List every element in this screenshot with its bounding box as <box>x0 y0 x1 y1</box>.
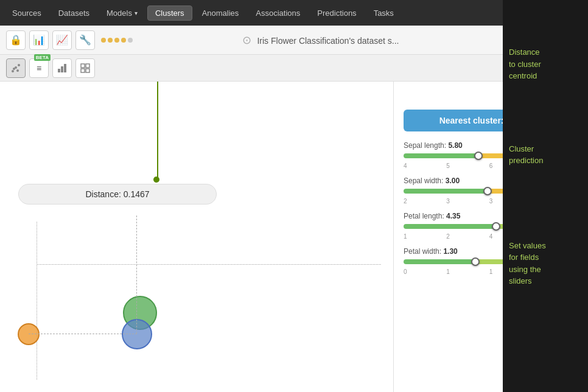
nav-datasets[interactable]: Datasets <box>51 6 97 20</box>
transform-icon[interactable]: 🔧 <box>75 30 95 50</box>
lock-icon[interactable]: 🔒 <box>6 30 26 50</box>
nav-sources[interactable]: Sources <box>5 6 49 20</box>
annotation-cluster-prediction-text: Clusterprediction <box>509 143 582 167</box>
dot-5 <box>128 38 133 43</box>
nav-models[interactable]: Models ▾ <box>99 6 145 20</box>
distance-bar: Distance: 0.1467 <box>18 184 217 205</box>
sepal-length-value: 5.80 <box>448 141 462 150</box>
sub-toolbar: ≡ BETA <box>0 55 588 82</box>
connector-dot <box>153 177 159 183</box>
annotation-distance-text: Distanceto clustercentroid <box>509 46 582 82</box>
petal-length-thumb[interactable] <box>492 222 500 231</box>
petal-length-value: 4.35 <box>446 212 460 220</box>
nav-associations[interactable]: Associations <box>248 6 307 20</box>
top-nav: Sources Datasets Models ▾ Clusters Anoma… <box>0 0 588 26</box>
dataset-sphere-icon: ⊙ <box>242 34 251 46</box>
petal-width-thumb[interactable] <box>471 257 480 266</box>
svg-point-0 <box>12 70 14 72</box>
nav-tasks[interactable]: Tasks <box>366 6 401 20</box>
crosshair-v <box>136 215 137 334</box>
dataset-label: Iris Flower Classification's dataset s..… <box>257 36 399 46</box>
annotation-set-values: Set valuesfor fieldsusing thesliders <box>509 240 582 287</box>
annotations-panel: Distanceto clustercentroid Clusterpredic… <box>503 0 588 392</box>
svg-rect-5 <box>58 69 60 72</box>
sepal-length-thumb[interactable] <box>474 152 483 160</box>
sub-icon-settings[interactable]: ≡ BETA <box>29 58 49 78</box>
toolbar-dots <box>99 38 135 43</box>
dot-3 <box>114 38 119 43</box>
chart-icon[interactable]: 📈 <box>52 30 72 50</box>
svg-rect-7 <box>64 64 66 72</box>
dot-1 <box>101 38 106 43</box>
beta-badge: BETA <box>34 54 51 61</box>
distance-label: Distance: 0.1467 <box>85 189 149 199</box>
scatter-plot <box>0 209 393 392</box>
sub-icon-scatter[interactable] <box>6 58 26 78</box>
nav-predictions[interactable]: Predictions <box>310 6 363 20</box>
nav-anomalies[interactable]: Anomalies <box>195 6 247 20</box>
sepal-width-value: 3.00 <box>446 177 460 185</box>
svg-rect-9 <box>86 64 89 68</box>
svg-rect-10 <box>81 69 85 72</box>
crosshair-h <box>29 334 137 334</box>
grid-v-1 <box>37 222 37 380</box>
annotation-set-values-text: Set valuesfor fieldsusing thesliders <box>509 240 582 287</box>
left-panel: Distance: 0.1467 <box>0 82 393 392</box>
dot-4 <box>121 38 126 43</box>
dataset-icon[interactable]: 📊 <box>29 30 49 50</box>
cluster-1 <box>122 319 152 349</box>
main-content: Distance: 0.1467 ⌨ ? Neare <box>0 82 588 392</box>
svg-rect-6 <box>61 66 63 72</box>
toolbar: 🔒 📊 📈 🔧 ⊙ Iris Flower Classification's d… <box>0 26 588 55</box>
sepal-width-thumb[interactable] <box>483 187 492 195</box>
svg-rect-8 <box>81 64 85 68</box>
nav-clusters[interactable]: Clusters <box>147 5 192 21</box>
dataset-name: ⊙ Iris Flower Classification's dataset s… <box>139 33 502 47</box>
sub-icon-bar[interactable] <box>52 58 72 78</box>
cluster-2 <box>18 323 40 345</box>
sub-icon-grid[interactable] <box>75 58 95 78</box>
petal-width-value: 1.30 <box>443 247 457 256</box>
svg-point-4 <box>16 69 19 72</box>
dot-2 <box>108 38 113 43</box>
connector-line <box>157 82 158 179</box>
grid-h-1 <box>37 264 381 265</box>
svg-point-2 <box>18 64 20 66</box>
annotation-cluster-prediction: Clusterprediction <box>509 143 582 167</box>
annotation-distance: Distanceto clustercentroid <box>509 46 582 82</box>
svg-point-3 <box>13 68 15 70</box>
svg-rect-11 <box>86 69 89 72</box>
